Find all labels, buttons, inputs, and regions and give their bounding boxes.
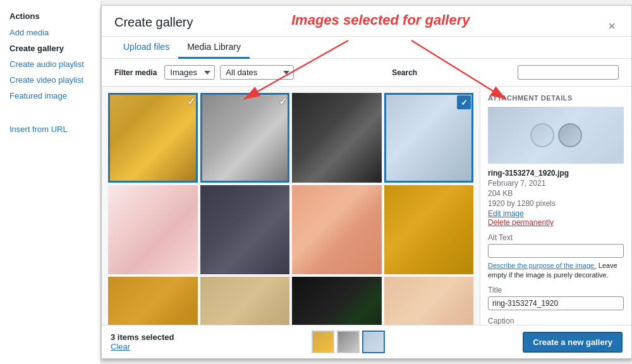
modal-footer: 3 items selected Clear Create a new gall… <box>102 325 631 358</box>
search-input[interactable] <box>518 65 619 80</box>
filter-row: Filter media Images Audio Video All date… <box>102 59 631 87</box>
modal-close-button[interactable]: × <box>605 20 619 32</box>
media-item-11[interactable] <box>292 277 382 325</box>
attachment-date: February 7, 2021 <box>488 179 624 188</box>
media-item-12[interactable] <box>384 277 474 325</box>
media-item-7[interactable] <box>292 185 382 275</box>
media-type-select[interactable]: Images Audio Video <box>164 65 215 80</box>
media-item-2[interactable]: ✓ <box>200 93 290 183</box>
checkmark-1: ✓ <box>187 95 195 107</box>
selected-thumb-2[interactable] <box>337 331 360 353</box>
selected-count: 3 items selected <box>111 332 174 342</box>
attachment-details-title: ATTACHMENT DETAILS <box>488 94 624 102</box>
caption-field: Caption <box>488 317 624 325</box>
delete-permanently-link[interactable]: Delete permanently <box>488 218 624 227</box>
media-item-4[interactable]: ✓ <box>384 93 474 183</box>
media-item-6[interactable] <box>200 185 290 275</box>
sidebar-item-featured-image[interactable]: Featured image <box>0 88 100 104</box>
alt-text-field: Alt Text Describe the purpose of the ima… <box>488 233 624 279</box>
checkmark-4: ✓ <box>457 95 471 109</box>
modal: Images selected for gallery Create galle… <box>101 5 632 359</box>
sidebar-item-create-gallery[interactable]: Create gallery <box>0 40 100 56</box>
date-select[interactable]: All dates January 2021 February 2021 <box>220 65 294 80</box>
alt-text-input[interactable] <box>488 244 624 258</box>
describe-purpose-link[interactable]: Describe the purpose of the image. <box>488 262 596 269</box>
sidebar-item-insert-from-url[interactable]: Insert from URL <box>0 121 100 137</box>
checkmark-2: ✓ <box>279 95 287 107</box>
clear-selection-link[interactable]: Clear <box>111 342 174 351</box>
media-item-5[interactable] <box>108 185 198 275</box>
attachment-dimensions: 1920 by 1280 pixels <box>488 199 624 208</box>
media-item-3[interactable] <box>292 93 382 183</box>
sidebar-item-add-media[interactable]: Add media <box>0 25 100 40</box>
media-grid-wrap: ✓ ✓ ✓ <box>102 87 480 325</box>
title-field: Title <box>488 286 624 310</box>
modal-body: ✓ ✓ ✓ <box>102 87 631 325</box>
search-label: Search <box>392 68 417 77</box>
selected-thumbnails <box>312 331 385 353</box>
attachment-size: 204 KB <box>488 189 624 198</box>
selected-thumb-3[interactable] <box>362 331 385 353</box>
sidebar-section-title: Actions <box>0 8 100 25</box>
filter-media-label: Filter media <box>114 68 157 77</box>
media-item-1[interactable]: ✓ <box>108 93 198 183</box>
sidebar: Actions Add media Create gallery Create … <box>0 0 101 364</box>
attachment-thumbnail <box>488 107 624 164</box>
modal-tabs: Upload files Media Library <box>102 37 631 59</box>
modal-header: Create gallery × <box>102 6 631 37</box>
selected-info-group: 3 items selected Clear <box>111 332 174 351</box>
title-label: Title <box>488 286 624 294</box>
sidebar-item-create-audio-playlist[interactable]: Create audio playlist <box>0 56 100 72</box>
modal-overlay: Images selected for gallery Create galle… <box>101 0 632 364</box>
title-input[interactable] <box>488 296 624 310</box>
create-new-gallery-button[interactable]: Create a new gallery <box>523 332 623 353</box>
attachment-filename: ring-3153274_1920.jpg <box>488 169 624 178</box>
media-item-9[interactable] <box>108 277 198 325</box>
tab-media-library[interactable]: Media Library <box>178 37 250 59</box>
attachment-panel: ATTACHMENT DETAILS ring-3153274_1920.jpg… <box>480 87 631 325</box>
media-item-8[interactable] <box>384 185 474 275</box>
caption-label: Caption <box>488 317 624 325</box>
selected-thumb-1[interactable] <box>312 331 334 353</box>
media-item-10[interactable] <box>200 277 290 325</box>
tab-upload-files[interactable]: Upload files <box>114 37 178 59</box>
edit-image-link[interactable]: Edit image <box>488 209 624 218</box>
alt-text-helper: Describe the purpose of the image. Leave… <box>488 260 624 279</box>
media-grid: ✓ ✓ ✓ <box>108 93 473 325</box>
modal-title: Create gallery <box>114 15 193 30</box>
alt-text-label: Alt Text <box>488 233 624 242</box>
sidebar-item-create-video-playlist[interactable]: Create video playlist <box>0 72 100 88</box>
